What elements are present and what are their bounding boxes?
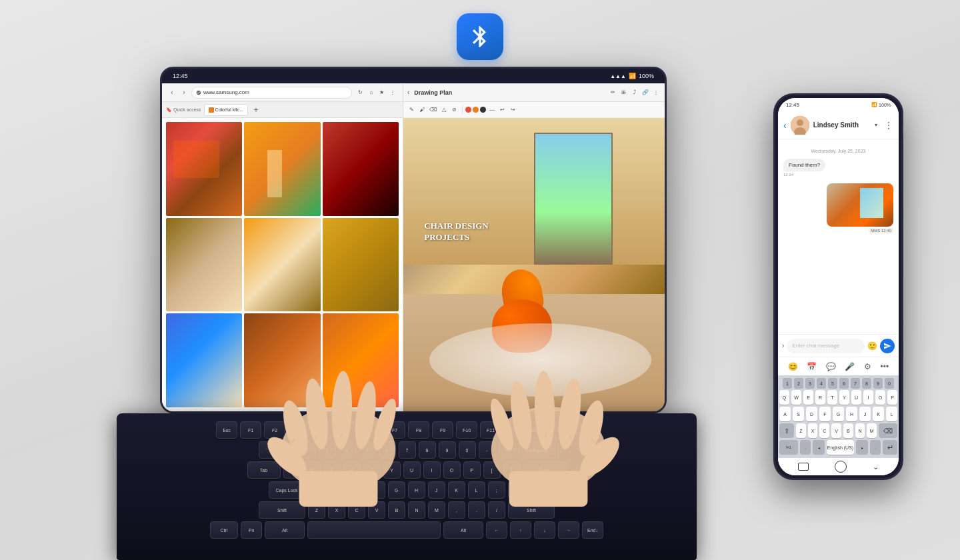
key-shift-right[interactable]: Shift <box>508 501 555 519</box>
tool-brush[interactable]: 🖌 <box>418 105 427 115</box>
key-g[interactable]: G <box>388 481 405 499</box>
chat-icon-settings[interactable]: ⚙ <box>864 362 871 371</box>
key-v[interactable]: V <box>368 501 385 519</box>
key-fn-key[interactable]: Fn <box>241 521 262 539</box>
key-q[interactable]: Q <box>283 461 301 479</box>
key-quote[interactable]: ' <box>508 481 525 499</box>
key-f1[interactable]: F1 <box>240 421 261 439</box>
key-lbracket[interactable]: [ <box>483 461 501 479</box>
key-backslash[interactable]: \ <box>528 481 545 499</box>
key-finder[interactable]: Finder <box>528 421 549 439</box>
key-rbracket[interactable]: ] <box>503 461 521 479</box>
key-f8[interactable]: F8 <box>408 421 429 439</box>
key-arrow-right[interactable]: → <box>558 521 579 539</box>
tool-lasso[interactable]: ⊘ <box>450 105 459 115</box>
key-f12[interactable]: F12 <box>504 421 525 439</box>
chat-icon-dots[interactable]: ••• <box>881 362 889 371</box>
chat-more-btn[interactable]: ⋮ <box>884 120 893 131</box>
key-f2[interactable]: F2 <box>264 421 285 439</box>
key-x[interactable]: X <box>328 501 345 519</box>
phone-key-j[interactable]: J <box>859 407 871 421</box>
browser-tab-1[interactable]: Colorful kitc... <box>204 104 248 116</box>
phone-key-v[interactable]: V <box>831 423 841 438</box>
phone-key-u[interactable]: U <box>851 390 861 405</box>
tool-shape[interactable]: △ <box>439 105 449 115</box>
key-8[interactable]: 8 <box>419 441 436 459</box>
phone-key-n[interactable]: N <box>855 423 865 438</box>
key-f9[interactable]: F9 <box>432 421 453 439</box>
phone-key-6[interactable]: 6 <box>839 378 849 389</box>
key-semicolon[interactable]: ; <box>488 481 505 499</box>
key-c[interactable]: C <box>348 501 365 519</box>
drawing-tool-link[interactable]: 🔗 <box>641 88 650 97</box>
phone-key-w[interactable]: W <box>791 390 801 405</box>
phone-back-btn[interactable]: ‹ <box>783 120 787 131</box>
drawing-canvas[interactable]: CHAIR DESIGN PROJECTS <box>403 118 665 411</box>
key-prtscrn[interactable]: PrtSc <box>552 421 573 439</box>
drawing-back-btn[interactable]: ‹ <box>407 89 409 96</box>
drawing-tool-edit[interactable]: ✏ <box>609 88 618 97</box>
key-w[interactable]: W <box>303 461 321 479</box>
phone-key-delete[interactable]: ⌫ <box>879 423 897 438</box>
key-comma[interactable]: , <box>448 501 465 519</box>
browser-address-bar[interactable]: www.samsung.com <box>191 87 352 99</box>
tool-stroke-size[interactable]: — <box>487 105 497 115</box>
chat-icon-chat-bubble[interactable]: 💬 <box>826 362 836 371</box>
key-esc[interactable]: Esc <box>216 421 237 439</box>
browser-bookmark-btn[interactable]: ★ <box>377 88 387 97</box>
drawing-tool-more[interactable]: ⋮ <box>651 88 661 97</box>
key-a[interactable]: A <box>308 481 325 499</box>
phone-key-t[interactable]: T <box>827 390 837 405</box>
key-minus[interactable]: - <box>479 441 496 459</box>
key-slash[interactable]: / <box>488 501 505 519</box>
key-equals[interactable]: = <box>499 441 516 459</box>
phone-key-h[interactable]: H <box>846 407 857 421</box>
chat-expand-btn[interactable]: › <box>782 342 784 349</box>
phone-key-a[interactable]: A <box>779 407 791 421</box>
key-j[interactable]: J <box>428 481 445 499</box>
color-red[interactable] <box>465 107 471 113</box>
phone-key-l[interactable]: L <box>886 407 897 421</box>
browser-forward-btn[interactable]: › <box>179 88 189 97</box>
add-tab-btn[interactable]: + <box>251 105 261 115</box>
key-shift-left[interactable]: Shift <box>259 501 305 519</box>
key-k[interactable]: K <box>448 481 465 499</box>
key-l[interactable]: L <box>468 481 485 499</box>
key-y[interactable]: Y <box>383 461 401 479</box>
key-backspace[interactable]: Backspace <box>519 441 555 459</box>
key-del[interactable]: Del <box>576 421 597 439</box>
phone-key-0[interactable]: 0 <box>885 378 894 389</box>
key-1[interactable]: 1 <box>279 441 296 459</box>
key-r[interactable]: R <box>343 461 361 479</box>
key-n[interactable]: N <box>408 501 425 519</box>
key-arrow-down[interactable]: ↓ <box>534 521 555 539</box>
key-h[interactable]: H <box>408 481 425 499</box>
key-f[interactable]: F <box>368 481 385 499</box>
browser-menu-btn[interactable]: ⋮ <box>388 88 397 97</box>
phone-nav-recent[interactable] <box>798 463 809 471</box>
chat-input-field[interactable]: Enter chat message <box>787 339 865 353</box>
key-period[interactable]: . <box>468 501 485 519</box>
phone-key-e[interactable]: E <box>803 390 813 405</box>
key-tab[interactable]: Tab <box>247 461 281 479</box>
key-caps-lock[interactable]: Caps Lock <box>269 481 305 499</box>
phone-key-z[interactable]: Z <box>796 423 806 438</box>
chat-send-btn[interactable] <box>880 339 895 353</box>
phone-key-comma[interactable]: , <box>800 440 811 455</box>
phone-key-p[interactable]: P <box>887 390 897 405</box>
phone-key-d[interactable]: D <box>806 407 817 421</box>
key-6[interactable]: 6 <box>379 441 396 459</box>
key-t[interactable]: T <box>363 461 381 479</box>
chat-icon-mic[interactable]: 🎤 <box>845 362 855 371</box>
key-o[interactable]: O <box>443 461 461 479</box>
phone-key-q[interactable]: Q <box>779 390 789 405</box>
phone-key-5[interactable]: 5 <box>828 378 837 389</box>
phone-key-shift[interactable]: ⇧ <box>779 423 794 438</box>
phone-key-space[interactable]: English (US) <box>827 440 854 455</box>
key-arrow-left[interactable]: ← <box>486 521 507 539</box>
tool-undo[interactable]: ↩ <box>498 105 507 115</box>
phone-key-9[interactable]: 9 <box>873 378 883 389</box>
key-ctrl[interactable]: Ctrl <box>210 521 238 539</box>
chat-emoji-btn[interactable]: 🙂 <box>867 341 877 351</box>
phone-nav-home[interactable] <box>835 461 847 473</box>
